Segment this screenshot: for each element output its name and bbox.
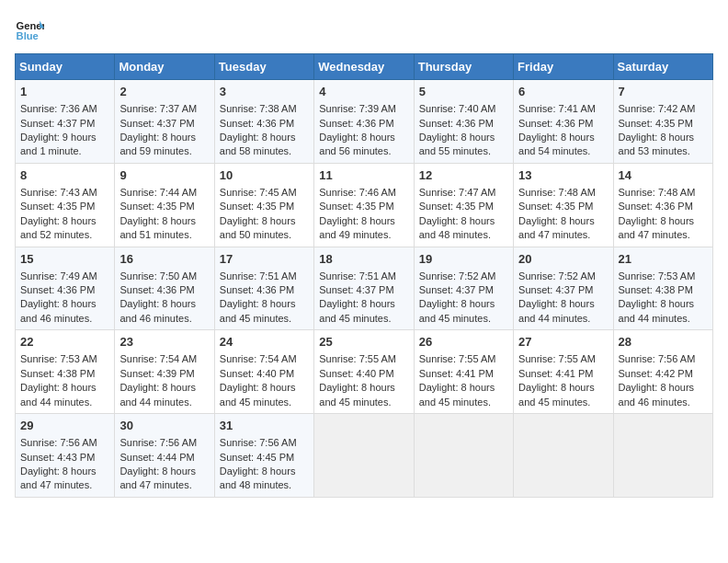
- calendar-cell: 19Sunrise: 7:52 AMSunset: 4:37 PMDayligh…: [414, 247, 513, 330]
- daylight: Daylight: 8 hours and 46 minutes.: [619, 382, 695, 407]
- sunset: Sunset: 4:36 PM: [319, 118, 393, 129]
- day-number: 29: [20, 418, 109, 434]
- daylight: Daylight: 8 hours and 47 minutes.: [619, 215, 695, 240]
- calendar-body: 1Sunrise: 7:36 AMSunset: 4:37 PMDaylight…: [16, 80, 713, 498]
- sunrise: Sunrise: 7:41 AM: [518, 103, 596, 114]
- daylight: Daylight: 8 hours and 49 minutes.: [319, 215, 395, 240]
- daylight: Daylight: 8 hours and 45 minutes.: [419, 382, 495, 407]
- calendar-cell: 11Sunrise: 7:46 AMSunset: 4:35 PMDayligh…: [314, 163, 414, 247]
- calendar-cell: 18Sunrise: 7:51 AMSunset: 4:37 PMDayligh…: [314, 247, 414, 330]
- calendar-cell: [613, 414, 712, 498]
- day-number: 7: [619, 84, 708, 100]
- calendar-cell: 25Sunrise: 7:55 AMSunset: 4:40 PMDayligh…: [314, 330, 414, 414]
- day-header-friday: Friday: [514, 54, 613, 80]
- sunrise: Sunrise: 7:47 AM: [419, 187, 496, 198]
- day-number: 17: [220, 251, 309, 268]
- calendar-cell: 27Sunrise: 7:55 AMSunset: 4:41 PMDayligh…: [514, 330, 613, 414]
- sunrise: Sunrise: 7:51 AM: [220, 270, 297, 282]
- logo-icon: General Blue: [15, 15, 44, 44]
- calendar-cell: 9Sunrise: 7:44 AMSunset: 4:35 PMDaylight…: [115, 163, 214, 247]
- sunset: Sunset: 4:35 PM: [619, 118, 693, 129]
- day-number: 13: [518, 167, 608, 184]
- day-number: 1: [20, 84, 109, 100]
- sunset: Sunset: 4:36 PM: [119, 284, 194, 295]
- daylight: Daylight: 8 hours and 46 minutes.: [119, 298, 196, 323]
- sunset: Sunset: 4:35 PM: [319, 201, 393, 212]
- sunset: Sunset: 4:36 PM: [419, 118, 494, 129]
- day-number: 24: [220, 334, 309, 350]
- sunrise: Sunrise: 7:53 AM: [20, 353, 97, 364]
- sunrise: Sunrise: 7:52 AM: [419, 270, 496, 282]
- calendar-cell: 24Sunrise: 7:54 AMSunset: 4:40 PMDayligh…: [214, 330, 313, 414]
- day-number: 23: [119, 334, 209, 350]
- sunset: Sunset: 4:44 PM: [119, 452, 194, 463]
- daylight: Daylight: 8 hours and 55 minutes.: [419, 132, 495, 156]
- week-row-3: 15Sunrise: 7:49 AMSunset: 4:36 PMDayligh…: [16, 247, 713, 330]
- week-row-5: 29Sunrise: 7:56 AMSunset: 4:43 PMDayligh…: [16, 414, 713, 498]
- header: General Blue: [15, 15, 713, 44]
- sunrise: Sunrise: 7:42 AM: [619, 103, 696, 114]
- sunset: Sunset: 4:41 PM: [518, 368, 593, 379]
- calendar-cell: 4Sunrise: 7:39 AMSunset: 4:36 PMDaylight…: [314, 80, 414, 164]
- calendar-cell: [314, 414, 414, 498]
- daylight: Daylight: 8 hours and 45 minutes.: [419, 298, 495, 323]
- sunset: Sunset: 4:36 PM: [220, 118, 294, 129]
- daylight: Daylight: 8 hours and 45 minutes.: [319, 382, 395, 407]
- sunrise: Sunrise: 7:54 AM: [220, 353, 297, 364]
- day-number: 20: [518, 251, 608, 268]
- calendar-cell: 8Sunrise: 7:43 AMSunset: 4:35 PMDaylight…: [16, 163, 115, 247]
- calendar-cell: 17Sunrise: 7:51 AMSunset: 4:36 PMDayligh…: [214, 247, 313, 330]
- daylight: Daylight: 8 hours and 51 minutes.: [119, 215, 196, 240]
- calendar-cell: 2Sunrise: 7:37 AMSunset: 4:37 PMDaylight…: [115, 80, 214, 164]
- calendar-cell: 15Sunrise: 7:49 AMSunset: 4:36 PMDayligh…: [16, 247, 115, 330]
- calendar-cell: 1Sunrise: 7:36 AMSunset: 4:37 PMDaylight…: [16, 80, 115, 164]
- daylight: Daylight: 8 hours and 47 minutes.: [518, 215, 595, 240]
- daylight: Daylight: 8 hours and 47 minutes.: [20, 465, 97, 490]
- daylight: Daylight: 8 hours and 44 minutes.: [20, 382, 97, 407]
- svg-text:Blue: Blue: [17, 30, 39, 41]
- sunrise: Sunrise: 7:40 AM: [419, 103, 496, 114]
- calendar-cell: 10Sunrise: 7:45 AMSunset: 4:35 PMDayligh…: [214, 163, 313, 247]
- day-number: 10: [220, 167, 309, 184]
- sunset: Sunset: 4:36 PM: [619, 201, 693, 212]
- sunset: Sunset: 4:42 PM: [619, 368, 693, 379]
- sunrise: Sunrise: 7:55 AM: [319, 353, 396, 364]
- calendar-cell: 14Sunrise: 7:48 AMSunset: 4:36 PMDayligh…: [613, 163, 712, 247]
- sunrise: Sunrise: 7:53 AM: [619, 270, 696, 282]
- sunrise: Sunrise: 7:44 AM: [119, 187, 197, 198]
- day-number: 15: [20, 251, 109, 268]
- sunrise: Sunrise: 7:50 AM: [119, 270, 197, 282]
- day-number: 25: [319, 334, 408, 350]
- sunrise: Sunrise: 7:54 AM: [119, 353, 197, 364]
- day-number: 16: [119, 251, 209, 268]
- sunset: Sunset: 4:37 PM: [419, 284, 494, 295]
- calendar-cell: [514, 414, 613, 498]
- sunset: Sunset: 4:40 PM: [319, 368, 393, 379]
- sunrise: Sunrise: 7:51 AM: [319, 270, 396, 282]
- sunrise: Sunrise: 7:56 AM: [220, 437, 297, 448]
- sunrise: Sunrise: 7:55 AM: [518, 353, 596, 364]
- day-number: 22: [20, 334, 109, 350]
- day-number: 11: [319, 167, 408, 184]
- day-number: 30: [119, 418, 209, 434]
- sunrise: Sunrise: 7:37 AM: [119, 103, 197, 114]
- sunrise: Sunrise: 7:36 AM: [20, 103, 97, 114]
- sunset: Sunset: 4:37 PM: [119, 118, 194, 129]
- daylight: Daylight: 8 hours and 44 minutes.: [119, 382, 196, 407]
- calendar-cell: 6Sunrise: 7:41 AMSunset: 4:36 PMDaylight…: [514, 80, 613, 164]
- sunset: Sunset: 4:35 PM: [119, 201, 194, 212]
- week-row-1: 1Sunrise: 7:36 AMSunset: 4:37 PMDaylight…: [16, 80, 713, 164]
- daylight: Daylight: 8 hours and 45 minutes.: [220, 382, 296, 407]
- calendar-cell: 13Sunrise: 7:48 AMSunset: 4:35 PMDayligh…: [514, 163, 613, 247]
- logo: General Blue: [15, 15, 44, 44]
- calendar-table: SundayMondayTuesdayWednesdayThursdayFrid…: [15, 53, 713, 498]
- calendar-cell: 12Sunrise: 7:47 AMSunset: 4:35 PMDayligh…: [414, 163, 513, 247]
- calendar-cell: 28Sunrise: 7:56 AMSunset: 4:42 PMDayligh…: [613, 330, 712, 414]
- daylight: Daylight: 8 hours and 59 minutes.: [119, 132, 196, 156]
- day-header-saturday: Saturday: [613, 54, 712, 80]
- sunset: Sunset: 4:37 PM: [518, 284, 593, 295]
- sunrise: Sunrise: 7:56 AM: [20, 437, 97, 448]
- sunset: Sunset: 4:36 PM: [220, 284, 294, 295]
- sunrise: Sunrise: 7:46 AM: [319, 187, 396, 198]
- day-header-monday: Monday: [115, 54, 214, 80]
